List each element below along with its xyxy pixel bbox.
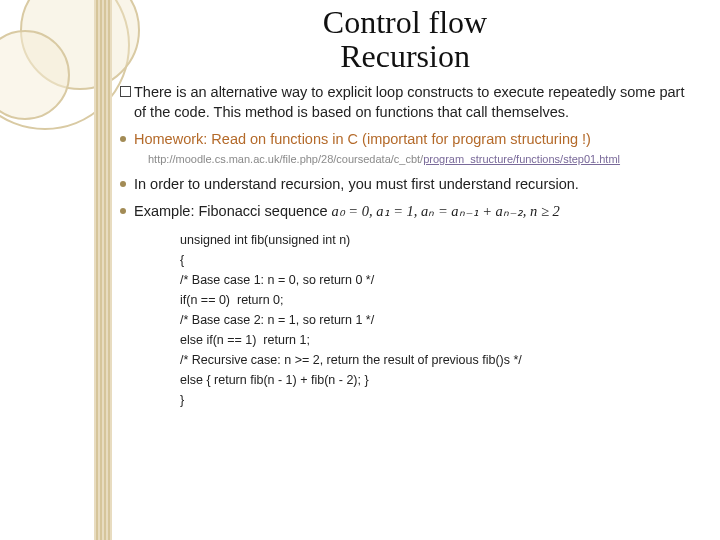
bullet-homework: Homework: Read on functions in C (import… — [120, 130, 690, 166]
joke-text: In order to understand recursion, you mu… — [134, 176, 579, 192]
page-title: Control flow Recursion — [195, 6, 615, 73]
bullet-example: Example: Fibonacci sequence a₀ = 0, a₁ =… — [120, 202, 690, 222]
code-line: { — [180, 250, 690, 270]
homework-text: : Read on functions in C (important for … — [203, 131, 591, 147]
homework-label: Homework — [134, 131, 203, 147]
title-line-1: Control flow — [323, 4, 487, 40]
code-line: /* Recursive case: n >= 2, return the re… — [180, 350, 690, 370]
example-label: Example — [134, 203, 190, 219]
slide-content: Control flow Recursion There is an alter… — [0, 0, 720, 540]
code-line: else { return fib(n - 1) + fib(n - 2); } — [180, 370, 690, 390]
code-line: /* Base case 1: n = 0, so return 0 */ — [180, 270, 690, 290]
code-block: unsigned int fib(unsigned int n) { /* Ba… — [180, 230, 690, 410]
code-line: /* Base case 2: n = 1, so return 1 */ — [180, 310, 690, 330]
link-prefix: http://moodle.cs.man.ac.uk/file.php/28/c… — [148, 153, 423, 165]
code-line: else if(n == 1) return 1; — [180, 330, 690, 350]
bullet-intro: There is an alternative way to explicit … — [120, 83, 690, 122]
bullet-recursion-joke: In order to understand recursion, you mu… — [120, 175, 690, 195]
intro-text: There is an alternative way to explicit … — [134, 84, 684, 120]
link-path: program_structure/functions/step01.html — [423, 153, 620, 165]
title-line-2: Recursion — [340, 38, 470, 74]
code-line: unsigned int fib(unsigned int n) — [180, 230, 690, 250]
example-text: : Fibonacci sequence — [190, 203, 331, 219]
homework-link[interactable]: http://moodle.cs.man.ac.uk/file.php/28/c… — [148, 152, 690, 167]
code-line: if(n == 0) return 0; — [180, 290, 690, 310]
fibonacci-formula: a₀ = 0, a₁ = 1, aₙ = aₙ₋₁ + aₙ₋₂, n ≥ 2 — [331, 203, 559, 219]
bullet-list: There is an alternative way to explicit … — [120, 83, 690, 222]
code-line: } — [180, 390, 690, 410]
